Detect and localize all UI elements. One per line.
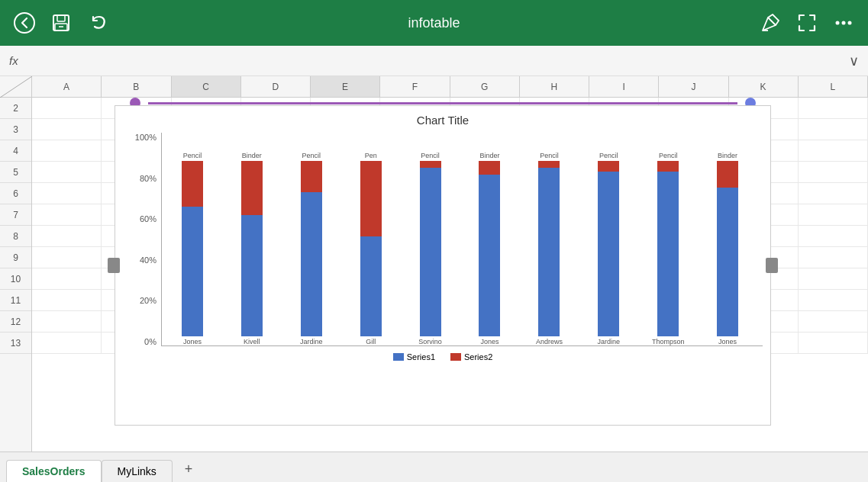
row-num-7: 7 [0, 204, 31, 226]
bar-stacked-2 [300, 161, 323, 336]
cell[interactable] [32, 268, 102, 289]
col-header-L[interactable]: L [799, 76, 868, 97]
col-header-H[interactable]: H [520, 76, 589, 97]
fx-label: fx [9, 54, 18, 67]
bar-label-bot-6: Andrews [526, 338, 572, 345]
bar-stacked-5 [478, 161, 501, 336]
tab-mylinks[interactable]: MyLinks [102, 460, 173, 482]
svg-point-6 [842, 21, 846, 25]
cell[interactable] [32, 290, 102, 310]
file-title: infotable [110, 15, 758, 31]
col-header-D[interactable]: D [241, 76, 311, 97]
bar-stacked-3 [360, 161, 382, 336]
legend-label-s1: Series1 [407, 352, 435, 362]
bar-label-bot-2: Jardine [289, 338, 334, 345]
cell[interactable] [799, 183, 868, 204]
chart-area: 100% 80% 60% 40% 20% 0% PencilJonesBinde… [123, 133, 763, 346]
y-axis: 100% 80% 60% 40% 20% 0% [123, 133, 161, 346]
cell[interactable] [32, 162, 102, 182]
chart-container[interactable]: Chart Title 100% 80% 60% 40% 20% 0% Penc… [115, 105, 771, 426]
col-header-A[interactable]: A [32, 76, 102, 97]
bar-group-7[interactable]: PencilJardine [581, 152, 636, 345]
bar-group-6[interactable]: PencilAndrews [521, 152, 576, 345]
cell[interactable] [32, 98, 102, 118]
col-header-C[interactable]: C [172, 76, 241, 97]
col-header-J[interactable]: J [659, 76, 728, 97]
cell[interactable] [32, 247, 102, 268]
back-button[interactable] [12, 11, 37, 35]
legend-swatch-s1 [393, 353, 404, 361]
tab-salesorders[interactable]: SalesOrders [6, 460, 102, 482]
cell[interactable] [32, 204, 102, 225]
bar-group-2[interactable]: PencilJardine [284, 152, 339, 345]
col-header-E[interactable]: E [311, 76, 380, 97]
row-num-10: 10 [0, 268, 31, 290]
svg-rect-2 [57, 15, 65, 21]
chart-resize-left-handle[interactable] [108, 258, 120, 273]
bar-label-top-7: Pencil [586, 152, 631, 159]
edit-icon[interactable] [758, 11, 782, 35]
tab-add-button[interactable]: + [173, 457, 205, 482]
cell[interactable] [32, 226, 102, 246]
toolbar: infotable [0, 0, 868, 46]
column-headers: A B C D E F G H I J K L [0, 76, 868, 98]
bar-group-0[interactable]: PencilJones [165, 152, 220, 345]
slider-track [148, 102, 737, 104]
svg-rect-1 [53, 15, 69, 31]
bar-seg-s1-4 [420, 168, 441, 336]
col-header-B[interactable]: B [102, 76, 171, 97]
bar-group-9[interactable]: BinderJones [700, 152, 755, 345]
bar-stacked-0 [181, 161, 204, 336]
bar-label-top-3: Pen [348, 152, 394, 159]
bar-seg-s2-8 [657, 161, 679, 172]
undo-icon[interactable] [86, 11, 110, 35]
y-label-60: 60% [140, 214, 156, 223]
bar-group-8[interactable]: PencilThompson [641, 152, 695, 345]
cell[interactable] [799, 119, 868, 140]
fullscreen-icon[interactable] [795, 11, 819, 35]
bar-label-bot-0: Jones [169, 338, 215, 345]
row-num-3: 3 [0, 119, 31, 140]
cell[interactable] [799, 226, 868, 246]
cell[interactable] [799, 162, 868, 182]
save-icon[interactable] [49, 11, 73, 35]
cell[interactable] [799, 333, 868, 353]
bar-seg-s1-5 [479, 175, 500, 336]
cell[interactable] [32, 119, 102, 140]
bar-seg-s1-8 [657, 172, 679, 336]
col-header-G[interactable]: G [450, 76, 520, 97]
col-header-F[interactable]: F [380, 76, 450, 97]
bar-label-bot-5: Jones [466, 338, 512, 345]
col-header-I[interactable]: I [589, 76, 659, 97]
chart-resize-right-handle[interactable] [766, 258, 778, 273]
cell[interactable] [799, 290, 868, 310]
more-options-icon[interactable] [831, 11, 856, 35]
row-num-8: 8 [0, 226, 31, 247]
col-header-K[interactable]: K [729, 76, 799, 97]
bar-group-1[interactable]: BinderKivell [224, 152, 279, 345]
bar-label-top-5: Binder [466, 152, 512, 159]
cell[interactable] [799, 268, 868, 289]
bar-group-4[interactable]: PencilSorvino [403, 152, 458, 345]
formula-chevron-icon[interactable]: ∨ [849, 53, 859, 69]
cell[interactable] [32, 333, 102, 353]
cell[interactable] [799, 311, 868, 332]
cell[interactable] [799, 204, 868, 225]
svg-point-0 [15, 13, 34, 33]
formula-input[interactable] [27, 55, 849, 67]
bar-stacked-8 [657, 161, 679, 336]
bar-group-3[interactable]: PenGill [344, 152, 399, 345]
cell[interactable] [32, 140, 102, 161]
y-label-100: 100% [135, 133, 156, 142]
bars-area: PencilJonesBinderKivellPencilJardinePenG… [161, 133, 763, 346]
bar-group-5[interactable]: BinderJones [463, 152, 518, 345]
cell[interactable] [799, 247, 868, 268]
cell[interactable] [799, 98, 868, 118]
cell[interactable] [32, 311, 102, 332]
bar-seg-s1-3 [360, 236, 382, 336]
cell[interactable] [799, 140, 868, 161]
bar-seg-s2-9 [717, 161, 738, 188]
grid-content: Chart Title 100% 80% 60% 40% 20% 0% Penc… [32, 98, 868, 451]
bar-seg-s1-2 [301, 192, 322, 336]
cell[interactable] [32, 183, 102, 204]
